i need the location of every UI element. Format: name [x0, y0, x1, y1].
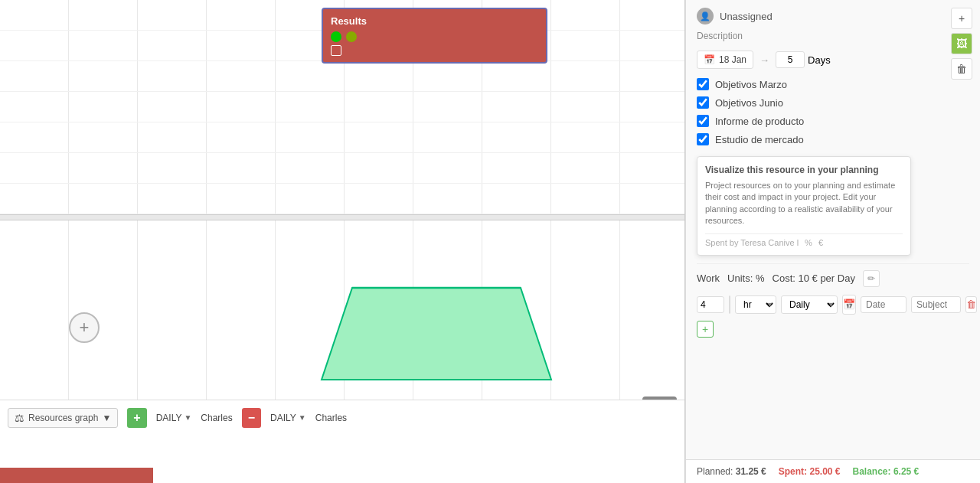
resource-graph-area [0, 227, 684, 397]
work-row: Work Units: % Cost: 10 € per Day ✏ [697, 263, 969, 287]
resources-graph-button[interactable]: ⚖ Resources graph ▼ [8, 408, 118, 428]
dot-green-icon [331, 31, 341, 42]
red-status-bar [0, 468, 153, 483]
remove-scale-button[interactable]: − [242, 408, 261, 428]
checkbox-estudio-mercado[interactable] [697, 133, 709, 145]
description-label: Description [697, 31, 969, 41]
unassigned-row: 👤 Unassigned [697, 8, 969, 24]
checkbox-row-2: Objetivos Junio [697, 96, 969, 109]
tooltip-box-body: Project resources on to your planning an… [705, 180, 903, 227]
date-field[interactable] [861, 296, 906, 313]
gantt-top: Results [0, 0, 684, 214]
footer-percent: % [805, 238, 812, 247]
days-box: Days [776, 51, 831, 68]
checkbox-label-3: Informe de producto [715, 116, 804, 127]
spin-buttons: ▲ ▼ [729, 295, 730, 314]
checkbox-row-4: Estudio de mercado [697, 133, 969, 145]
date-value: 18 Jan [719, 54, 746, 65]
cost-label: Cost: 10 € per Day [773, 273, 855, 284]
add-scale-button[interactable]: + [127, 408, 146, 428]
person2-label: Charles [315, 413, 347, 423]
footer-totals: Planned: 31.25 € Spent: 25.00 € Balance:… [686, 459, 980, 483]
date-box[interactable]: 📅 18 Jan [697, 51, 753, 69]
days-label: Days [808, 54, 831, 66]
planned-total: Planned: 31.25 € [697, 466, 766, 477]
tooltip-title: Results [331, 15, 538, 27]
subject-field[interactable] [911, 296, 961, 313]
person1-label: Charles [201, 413, 232, 423]
duration-input[interactable] [776, 51, 805, 68]
balance-icon: ⚖ [15, 412, 24, 424]
resource-number-input[interactable] [697, 296, 724, 313]
scale-add-label: DAILY [156, 413, 182, 423]
spent-total: Spent: 25.00 € [779, 466, 841, 477]
calendar-icon [331, 45, 341, 56]
info-tooltip-box: Visualize this resource in your planning… [697, 156, 911, 256]
unit-select-wrapper: hr day [735, 295, 776, 314]
work-label: Work [697, 273, 720, 284]
edit-work-button[interactable]: ✏ [863, 270, 880, 287]
resource-input-row: ▲ ▼ hr day Daily Weekly 📅 🗑 [697, 295, 969, 315]
add-row-button[interactable]: + [697, 321, 714, 338]
checkbox-label-1: Objetivos Marzo [715, 79, 787, 90]
milestone-list: Objetivos Marzo Objetivos Junio Informe … [697, 78, 969, 145]
delete-row-button[interactable]: 🗑 [965, 296, 977, 313]
dot-olive-icon [346, 31, 357, 42]
add-resource-button[interactable]: + [951, 8, 972, 29]
spin-up-button[interactable]: ▲ [730, 296, 730, 305]
checkbox-objetivos-marzo[interactable] [697, 78, 709, 90]
arrow-right-icon: → [760, 54, 769, 66]
section-divider [0, 214, 684, 220]
checkbox-informe-producto[interactable] [697, 115, 709, 127]
unassigned-label: Unassigned [720, 11, 773, 22]
tooltip-icons [331, 31, 538, 42]
task-tooltip: Results [322, 8, 547, 64]
calendar-button[interactable]: 📅 [842, 295, 856, 315]
bottom-toolbar: ⚖ Resources graph ▼ + DAILY ▼ Charles − [0, 400, 684, 435]
checkbox-label-2: Objetivos Junio [715, 97, 783, 109]
left-panel: Results [0, 0, 685, 483]
scale-add-arrow: ▼ [184, 413, 191, 422]
calendar-date-icon: 📅 [704, 54, 715, 65]
resources-graph-label: Resources graph [28, 413, 98, 423]
resources-graph-arrow: ▼ [102, 413, 111, 423]
frequency-select-wrapper: Daily Weekly [781, 295, 838, 314]
checkbox-label-4: Estudio de mercado [715, 134, 804, 145]
right-panel: + 🖼 🗑 👤 Unassigned Description 📅 18 Jan … [685, 0, 980, 483]
resource-area: + ⚖ Resources graph ▼ + DAILY ▼ Charles [0, 220, 684, 435]
unit-select[interactable]: hr day [735, 295, 776, 314]
svg-marker-0 [322, 288, 551, 380]
delete-resource-button[interactable]: 🗑 [951, 58, 972, 80]
units-label: Units: % [727, 273, 764, 284]
user-icon: 👤 [697, 8, 714, 24]
footer-spent-by: Spent by Teresa Canive l [705, 238, 799, 247]
spin-down-button[interactable]: ▼ [730, 305, 730, 313]
minus-icon: − [248, 411, 255, 425]
checkbox-row-3: Informe de producto [697, 115, 969, 127]
scale-remove-label: DAILY [270, 413, 296, 423]
resource-graph-svg [276, 242, 582, 397]
tooltip-cal [331, 45, 538, 56]
image-resource-button[interactable]: 🖼 [951, 33, 972, 54]
tooltip-box-title: Visualize this resource in your planning [705, 165, 903, 175]
checkbox-objetivos-junio[interactable] [697, 96, 709, 109]
balance-total: Balance: 6.25 € [853, 466, 920, 477]
add-circle-button[interactable]: + [69, 312, 100, 343]
frequency-select[interactable]: Daily Weekly [781, 295, 838, 314]
footer-euro: € [818, 238, 823, 247]
checkbox-row-1: Objetivos Marzo [697, 78, 969, 90]
date-row: 📅 18 Jan → Days [697, 51, 969, 69]
plus-icon: + [133, 411, 140, 425]
right-action-buttons: + 🖼 🗑 [951, 8, 972, 80]
scale-remove-arrow: ▼ [299, 413, 306, 422]
tooltip-box-footer: Spent by Teresa Canive l % € [705, 233, 903, 247]
